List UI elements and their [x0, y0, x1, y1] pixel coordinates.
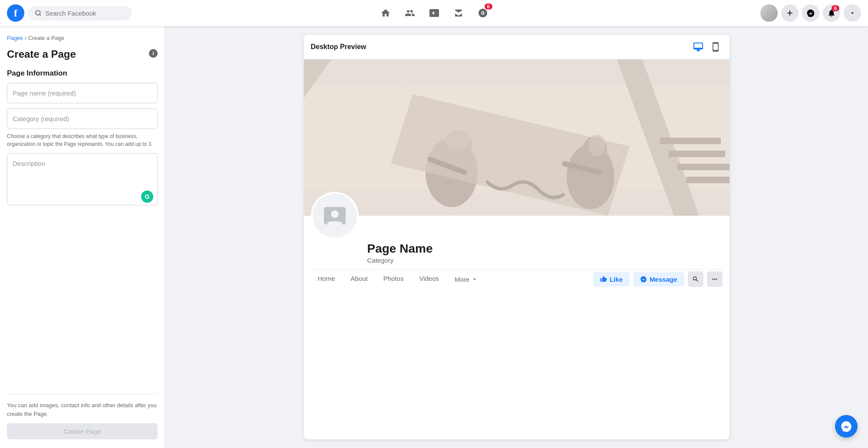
page-more-button[interactable] — [707, 271, 723, 287]
preview-card: Desktop Preview — [304, 35, 729, 439]
search-icon — [35, 10, 42, 16]
watch-icon — [429, 8, 439, 18]
message-label: Message — [650, 276, 677, 283]
nav-groups-button[interactable]: 6 — [472, 3, 493, 23]
desktop-preview-button[interactable] — [691, 40, 705, 54]
notifications-button[interactable]: 6 — [823, 4, 840, 22]
grammarly-icon: G — [145, 193, 150, 200]
main-layout: Pages › Create a Page Create a Page i Pa… — [0, 26, 868, 448]
groups-badge: 6 — [485, 3, 492, 10]
page-profile-area: Page Name Category — [304, 216, 729, 269]
page-name-input[interactable] — [7, 83, 158, 103]
plus-icon — [785, 9, 794, 17]
nav-friends-button[interactable] — [399, 3, 420, 23]
nav-right: 6 — [722, 4, 861, 22]
search-page-icon — [692, 276, 699, 283]
top-navigation: f 6 — [0, 0, 868, 26]
page-search-button[interactable] — [688, 271, 703, 287]
description-input[interactable] — [7, 153, 158, 205]
grammarly-button[interactable]: G — [141, 191, 153, 203]
fb-logo-letter: f — [14, 7, 17, 19]
message-icon — [640, 276, 647, 283]
svg-point-0 — [36, 10, 40, 15]
create-page-button[interactable]: Create Page — [7, 423, 158, 439]
add-button[interactable] — [781, 4, 799, 22]
svg-line-1 — [40, 14, 41, 16]
profile-name: Page Name — [367, 242, 723, 256]
info-icon-label: i — [152, 50, 154, 56]
page-information-title: Page Information — [7, 69, 158, 78]
notifications-badge: 6 — [832, 5, 839, 11]
search-bar[interactable] — [28, 6, 132, 20]
nav-left: f — [7, 4, 146, 22]
mobile-icon — [710, 42, 721, 52]
user-avatar[interactable] — [760, 4, 778, 22]
nav-center: 6 — [146, 3, 722, 23]
nav-watch-button[interactable] — [424, 3, 445, 23]
desktop-icon — [693, 42, 703, 52]
home-icon — [380, 8, 391, 18]
svg-rect-16 — [677, 164, 729, 170]
nav-link-home[interactable]: Home — [311, 270, 342, 289]
breadcrumb-pages-link[interactable]: Pages — [7, 35, 23, 41]
page-avatar — [311, 192, 359, 240]
messenger-icon — [806, 9, 815, 17]
default-page-icon — [322, 203, 348, 229]
nav-link-videos[interactable]: Videos — [412, 270, 446, 289]
breadcrumb-current: Create a Page — [28, 35, 64, 41]
svg-rect-17 — [686, 177, 729, 183]
cover-photo — [304, 59, 729, 216]
breadcrumb-row: Pages › Create a Page — [7, 35, 158, 41]
thumbs-up-icon — [600, 276, 607, 283]
message-button[interactable]: Message — [633, 272, 684, 287]
page-navigation: Home About Photos Videos More Like — [304, 270, 729, 289]
spacer — [7, 212, 158, 389]
page-nav-actions: Like Message — [593, 271, 722, 287]
chevron-down-nav-icon — [471, 276, 478, 283]
bottom-section: You can add images, contact info and oth… — [7, 394, 158, 439]
category-section: Choose a category that describes what ty… — [7, 109, 158, 148]
nav-home-button[interactable] — [375, 3, 396, 23]
ellipsis-icon — [711, 276, 718, 283]
preview-header: Desktop Preview — [304, 35, 729, 59]
category-hint: Choose a category that describes what ty… — [7, 132, 158, 148]
info-icon-button[interactable]: i — [149, 49, 158, 58]
nav-link-photos[interactable]: Photos — [376, 270, 411, 289]
right-content: Desktop Preview — [165, 26, 868, 448]
facebook-logo[interactable]: f — [7, 4, 24, 22]
title-row: Create a Page i — [7, 46, 158, 60]
page-title: Create a Page — [7, 48, 76, 60]
bottom-note: You can add images, contact info and oth… — [7, 401, 158, 418]
chat-bubble-icon — [840, 420, 852, 432]
svg-point-10 — [588, 135, 606, 156]
chat-bubble-button[interactable] — [835, 415, 858, 438]
svg-rect-15 — [669, 151, 725, 157]
mobile-preview-button[interactable] — [709, 40, 723, 54]
left-panel: Pages › Create a Page Create a Page i Pa… — [0, 26, 165, 448]
category-input[interactable] — [7, 109, 158, 129]
menu-dropdown-button[interactable] — [844, 4, 861, 22]
cover-illustration — [304, 59, 729, 216]
like-button[interactable]: Like — [593, 272, 630, 287]
marketplace-icon — [453, 8, 464, 18]
nav-more-button[interactable]: More — [448, 270, 485, 288]
friends-icon — [405, 8, 415, 18]
chevron-down-icon — [849, 10, 856, 16]
search-input[interactable] — [45, 10, 125, 17]
preview-icons — [691, 40, 723, 54]
nav-more-label: More — [455, 276, 469, 283]
profile-info: Page Name Category — [311, 216, 723, 269]
messenger-button[interactable] — [802, 4, 819, 22]
like-label: Like — [610, 276, 623, 283]
nav-link-about[interactable]: About — [344, 270, 375, 289]
svg-rect-14 — [660, 138, 721, 144]
nav-marketplace-button[interactable] — [448, 3, 469, 23]
page-nav-links: Home About Photos Videos More — [311, 270, 485, 289]
preview-title: Desktop Preview — [311, 43, 366, 51]
profile-category: Category — [367, 257, 723, 264]
breadcrumb: Pages › Create a Page — [7, 35, 64, 41]
description-section: G — [7, 153, 158, 207]
